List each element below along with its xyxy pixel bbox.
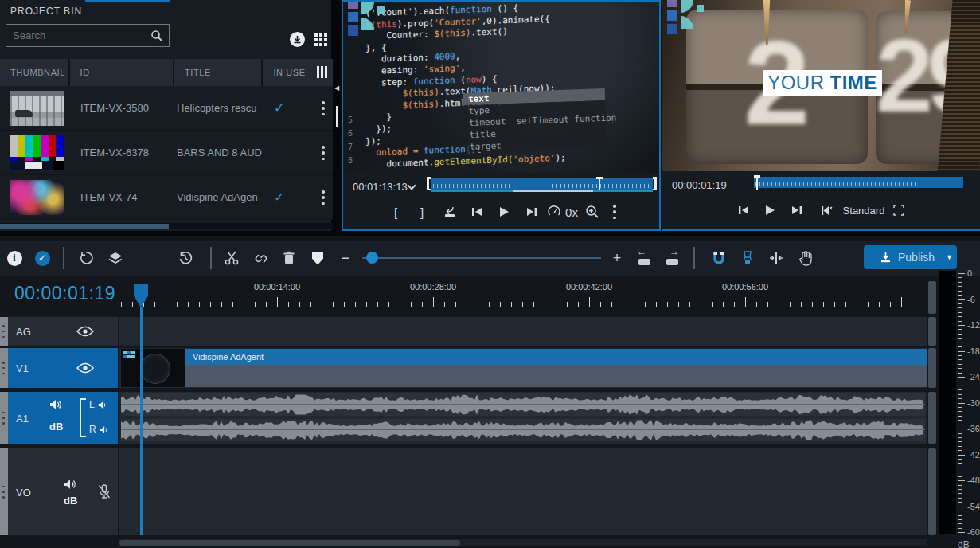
timeline-vertical-scrollbar[interactable]	[928, 392, 936, 444]
row-menu-icon[interactable]	[322, 146, 325, 160]
snap-magnet-icon[interactable]	[709, 248, 729, 268]
speaker-icon[interactable]	[98, 401, 108, 409]
source-player[interactable]: ('.count').each(function () {$(this).pro…	[342, 0, 661, 231]
audio-clip-channel-right[interactable]	[121, 419, 925, 441]
gain-db-label[interactable]: dB	[64, 495, 77, 507]
lane-vo[interactable]	[119, 448, 927, 535]
timeline-vertical-scrollbar[interactable]	[928, 348, 936, 388]
nudge-right-icon[interactable]: →	[662, 248, 683, 268]
zoom-slider-knob[interactable]	[366, 252, 378, 264]
program-video-viewport[interactable]: 2 29 YOUR TIME	[662, 0, 980, 171]
bin-horizontal-scrollbar[interactable]	[0, 223, 333, 229]
previous-frame-icon[interactable]	[467, 202, 487, 222]
jump-to-marker-icon[interactable]	[814, 200, 835, 221]
scrubber-playhead[interactable]	[756, 175, 758, 190]
speaker-icon[interactable]	[64, 479, 77, 490]
grid-view-icon[interactable]	[314, 33, 328, 47]
source-scrubber[interactable]	[431, 178, 653, 190]
column-title[interactable]: TITLE	[174, 59, 261, 86]
lane-a1[interactable]	[119, 392, 927, 444]
visibility-eye-icon[interactable]	[76, 362, 94, 374]
zoom-out-icon[interactable]: −	[335, 248, 356, 268]
source-timecode[interactable]: 00:01:13:13	[353, 181, 408, 193]
marker-icon[interactable]	[307, 248, 328, 268]
info-icon[interactable]: i	[4, 248, 25, 268]
track-drag-handle[interactable]	[0, 317, 8, 346]
trim-tool-icon[interactable]	[766, 248, 787, 268]
playhead-line[interactable]	[140, 307, 143, 535]
hand-tool-icon[interactable]	[795, 248, 816, 268]
row-menu-icon[interactable]	[322, 190, 325, 205]
panel-divider[interactable]: ◀	[333, 0, 342, 231]
publish-button[interactable]: Publish ▼	[864, 245, 957, 269]
zoom-in-icon[interactable]	[582, 202, 603, 222]
history-icon[interactable]	[175, 248, 196, 268]
razor-tool-icon[interactable]	[737, 248, 758, 268]
table-row[interactable]: ITEM-VX-74 Vidispine AdAgen ✓	[0, 175, 333, 220]
timeline-vertical-scrollbar[interactable]	[928, 448, 936, 535]
gain-db-label[interactable]: dB	[49, 421, 63, 433]
video-clip[interactable]: Vidispine AdAgent	[121, 349, 927, 387]
timeline-ruler[interactable]: 00:00:14:0000:00:28:0000:00:42:0000:00:5…	[119, 280, 927, 307]
column-id[interactable]: ID	[70, 59, 173, 86]
speaker-icon[interactable]	[100, 425, 110, 434]
download-icon[interactable]	[290, 32, 305, 47]
cut-icon[interactable]	[221, 248, 242, 268]
track-drag-handle[interactable]	[0, 448, 8, 535]
track-header-vo[interactable]: VO dB	[0, 448, 118, 535]
timeline-vertical-scrollbar[interactable]	[928, 317, 936, 346]
lane-ag[interactable]	[119, 317, 927, 346]
playhead-marker[interactable]	[134, 284, 148, 307]
play-icon[interactable]	[759, 200, 780, 221]
column-thumbnail[interactable]: THUMBNAIL	[0, 59, 68, 86]
columns-settings-icon[interactable]	[317, 66, 328, 78]
search-input[interactable]	[6, 25, 142, 46]
table-row[interactable]: ITEM-VX-6378 BARS AND 8 AUD	[0, 131, 333, 175]
search-icon[interactable]	[150, 29, 163, 42]
track-header-ag[interactable]: AG	[0, 317, 118, 346]
unlink-icon[interactable]	[250, 248, 271, 268]
collapse-panel-icon[interactable]: ◀	[334, 84, 339, 92]
source-video-viewport[interactable]: ('.count').each(function () {$(this).pro…	[343, 2, 659, 173]
next-frame-icon[interactable]	[787, 200, 807, 221]
divider-handle[interactable]	[336, 106, 338, 127]
more-options-icon[interactable]	[604, 202, 625, 222]
quality-selector[interactable]: Standard	[839, 200, 888, 221]
speaker-icon[interactable]	[49, 399, 63, 410]
mark-in-button[interactable]: [	[385, 202, 406, 222]
mark-out-button[interactable]: ]	[412, 202, 432, 222]
track-header-a1[interactable]: A1 dB L R	[0, 392, 118, 444]
table-row[interactable]: ITEM-VX-3580 Helicopters rescu ✓	[0, 86, 333, 131]
track-drag-handle[interactable]	[0, 348, 8, 388]
column-in-use[interactable]: IN USE	[263, 59, 333, 86]
fullscreen-icon[interactable]	[888, 200, 909, 221]
nudge-left-icon[interactable]: ←	[634, 248, 655, 268]
channel-right[interactable]: R	[89, 424, 110, 435]
timeline-vertical-scrollbar[interactable]	[928, 281, 936, 314]
next-frame-icon[interactable]	[521, 202, 542, 222]
track-drag-handle[interactable]	[0, 392, 8, 444]
in-point-marker[interactable]	[427, 177, 431, 190]
program-scrubber[interactable]	[754, 177, 963, 188]
timeline-horizontal-scrollbar[interactable]	[119, 539, 927, 546]
program-player[interactable]: 2 29 YOUR TIME 00:00:01:19	[662, 0, 980, 231]
play-icon[interactable]	[494, 202, 514, 222]
lane-v1[interactable]: Vidispine AdAgent	[119, 348, 927, 388]
insert-to-timeline-icon[interactable]	[439, 202, 460, 222]
out-point-marker[interactable]	[653, 177, 657, 190]
zoom-in-plus-icon[interactable]: +	[607, 248, 627, 268]
track-header-v1[interactable]: V1	[0, 348, 118, 388]
publish-dropdown-caret[interactable]: ▼	[946, 253, 953, 261]
chevron-down-icon[interactable]	[407, 181, 416, 190]
zoom-slider[interactable]	[362, 257, 601, 259]
undo-icon[interactable]	[76, 248, 96, 268]
audio-clip-channel-left[interactable]	[121, 393, 925, 416]
layers-icon[interactable]	[105, 248, 126, 268]
mic-muted-icon[interactable]	[97, 483, 111, 501]
channel-left[interactable]: L	[89, 399, 108, 410]
row-menu-icon[interactable]	[322, 101, 325, 115]
visibility-eye-icon[interactable]	[76, 326, 94, 337]
confirm-icon[interactable]: ✓	[32, 248, 53, 268]
previous-frame-icon[interactable]	[733, 200, 754, 221]
delete-icon[interactable]	[279, 248, 299, 268]
